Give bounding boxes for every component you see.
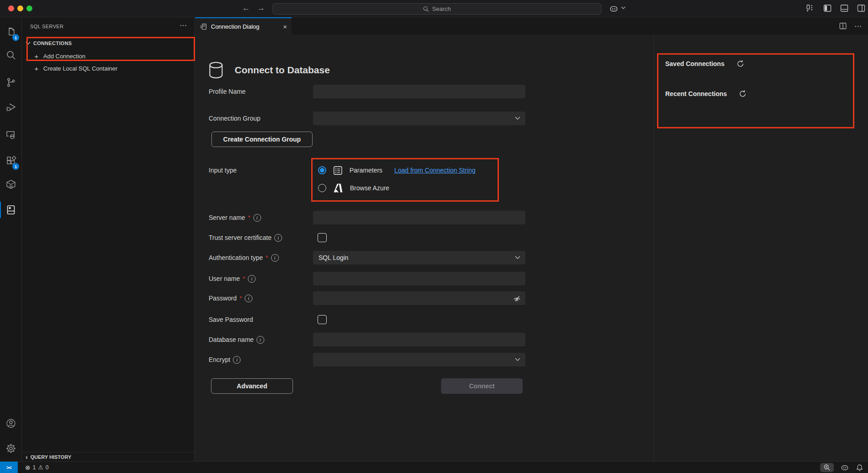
chevron-down-icon [515, 357, 520, 361]
toggle-primary-sidebar-icon[interactable] [823, 4, 832, 13]
encrypt-label: Encrypt i [209, 353, 241, 366]
profile-name-label: Profile Name [209, 85, 246, 98]
required-marker: * [239, 295, 241, 302]
authentication-type-value: SQL Login [318, 254, 349, 261]
split-editor-icon[interactable] [839, 22, 847, 30]
server-name-input[interactable] [313, 211, 525, 224]
remote-indicator[interactable]: >< [0, 462, 18, 473]
info-icon[interactable]: i [274, 234, 282, 242]
error-icon: ⊗ [25, 464, 31, 471]
tab-close-icon[interactable]: × [283, 23, 287, 30]
save-password-label: Save Password [209, 313, 253, 326]
query-history-label: QUERY HISTORY [31, 454, 72, 460]
connection-dialog-tab-icon [200, 23, 207, 31]
warning-icon: ⚠ [38, 464, 43, 471]
query-history-section-header[interactable]: › QUERY HISTORY [22, 452, 194, 461]
forward-icon[interactable]: → [256, 4, 266, 13]
azure-icon [333, 183, 344, 193]
dialog-title: Connect to Database [235, 65, 330, 76]
activity-explorer-button[interactable]: 1 [0, 21, 22, 43]
user-name-input[interactable] [313, 272, 525, 285]
database-name-input[interactable] [313, 333, 525, 346]
refresh-icon[interactable] [739, 90, 747, 98]
account-icon[interactable] [0, 412, 22, 434]
dialog-header: Connect to Database [207, 61, 330, 79]
refresh-icon[interactable] [736, 60, 745, 68]
status-bar-right [820, 462, 863, 473]
problems-indicator[interactable]: ⊗ 1 ⚠ 0 [25, 464, 49, 471]
info-icon[interactable]: i [233, 356, 241, 364]
profile-name-input[interactable] [313, 85, 525, 98]
customize-layout-icon[interactable] [806, 4, 815, 13]
chevron-down-icon [26, 41, 31, 45]
tab-connection-dialog[interactable]: Connection Dialog × [195, 17, 292, 35]
toggle-panel-icon[interactable] [840, 4, 849, 13]
required-marker: * [248, 214, 250, 221]
activity-sql-server-button[interactable] [0, 199, 22, 221]
advanced-button[interactable]: Advanced [211, 378, 293, 394]
info-icon[interactable]: i [248, 275, 256, 283]
sql-server-sidebar: SQL SERVER ⋯ CONNECTIONS + Add Connectio… [22, 17, 195, 461]
copilot-chevron-down-icon[interactable] [621, 6, 626, 10]
encrypt-select[interactable] [313, 353, 525, 366]
activity-search-button[interactable] [0, 44, 22, 66]
password-input[interactable] [313, 291, 525, 305]
save-password-checkbox[interactable] [318, 315, 327, 324]
bell-icon[interactable] [856, 464, 863, 472]
settings-gear-icon[interactable] [0, 437, 22, 459]
chevron-down-icon [515, 255, 520, 259]
plus-icon: + [34, 65, 39, 72]
zoom-indicator[interactable] [820, 463, 834, 472]
toggle-secondary-sidebar-icon[interactable] [857, 4, 866, 13]
tab-title: Connection Dialog [211, 23, 259, 30]
connect-button[interactable]: Connect [441, 378, 523, 394]
trust-server-certificate-checkbox[interactable] [318, 233, 327, 242]
browse-azure-label[interactable]: Browse Azure [350, 184, 389, 192]
minimize-window-button[interactable] [17, 5, 23, 11]
connections-section-header[interactable]: CONNECTIONS [22, 37, 194, 49]
chevron-right-icon: › [26, 453, 28, 461]
copilot-icon[interactable] [609, 4, 619, 14]
password-label: Password * i [209, 291, 252, 305]
sidebar-item-add-connection[interactable]: + Add Connection [22, 50, 194, 62]
info-icon[interactable]: i [271, 254, 279, 262]
zoom-in-icon [823, 464, 831, 471]
activity-run-debug-button[interactable] [0, 97, 22, 118]
connections-section-label: CONNECTIONS [33, 41, 72, 46]
required-marker: * [242, 275, 245, 282]
authentication-type-select[interactable]: SQL Login [313, 251, 525, 264]
radio-browse-azure[interactable] [318, 184, 326, 192]
chevron-down-icon [515, 116, 520, 120]
activity-remote-explorer-button[interactable] [0, 124, 22, 146]
maximize-window-button[interactable] [26, 5, 32, 11]
sidebar-more-actions-icon[interactable]: ⋯ [180, 21, 187, 30]
close-window-button[interactable] [8, 5, 14, 11]
connection-dialog-webview: Connect to Database Profile Name Connect… [195, 35, 868, 461]
parameters-icon [333, 165, 343, 176]
eye-slash-icon[interactable] [513, 294, 521, 303]
info-icon[interactable]: i [253, 214, 261, 222]
authentication-type-label: Authentication type * i [209, 251, 279, 264]
radio-parameters[interactable] [318, 166, 326, 174]
info-icon[interactable]: i [245, 295, 252, 302]
connection-group-label: Connection Group [209, 112, 261, 125]
activity-containers-button[interactable] [0, 173, 22, 195]
sidebar-item-create-local-sql-container[interactable]: + Create Local SQL Container [22, 62, 194, 75]
activity-source-control-button[interactable] [0, 71, 22, 93]
info-icon[interactable]: i [257, 336, 264, 344]
load-from-connection-string-link[interactable]: Load from Connection String [394, 167, 475, 174]
editor-more-actions-icon[interactable]: ⋯ [854, 22, 862, 31]
editor-area: Connection Dialog × ⋯ Connect to Databas… [195, 17, 868, 461]
command-search-input[interactable]: Search [272, 3, 601, 15]
copilot-status-icon[interactable] [840, 463, 849, 472]
activity-extensions-button[interactable]: 1 [0, 150, 22, 172]
sidebar-title: SQL SERVER [30, 24, 64, 29]
connection-group-select[interactable] [313, 112, 525, 125]
input-type-label: Input type [209, 163, 237, 177]
warning-count: 0 [46, 464, 49, 471]
parameters-label[interactable]: Parameters [349, 167, 382, 174]
sidebar-item-label: Create Local SQL Container [43, 65, 118, 72]
server-name-label: Server name * i [209, 211, 261, 224]
back-icon[interactable]: ← [241, 4, 251, 13]
create-connection-group-button[interactable]: Create Connection Group [211, 132, 313, 147]
